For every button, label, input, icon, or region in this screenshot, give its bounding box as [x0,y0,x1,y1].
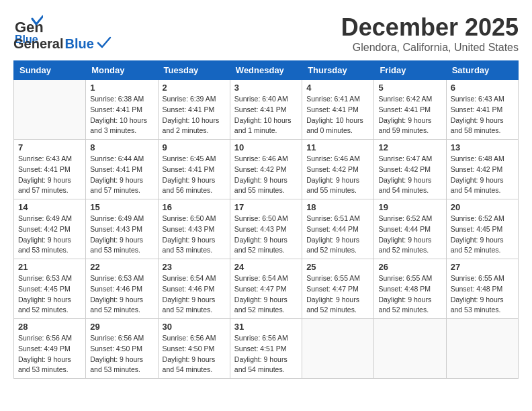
day-info: Sunrise: 6:56 AMSunset: 4:49 PMDaylight:… [18,333,81,375]
day-number: 19 [378,202,441,212]
day-info: Sunrise: 6:54 AMSunset: 4:46 PMDaylight:… [163,273,226,316]
day-info: Sunrise: 6:50 AMSunset: 4:43 PMDaylight:… [234,214,298,256]
day-info: Sunrise: 6:51 AMSunset: 4:44 PMDaylight:… [306,214,369,256]
day-number: 9 [163,142,226,152]
day-number: 14 [18,202,81,212]
day-info: Sunrise: 6:53 AMSunset: 4:46 PMDaylight:… [90,273,153,316]
page-header: General Blue General Blue December 2025 … [13,13,519,54]
day-number: 4 [306,83,369,93]
calendar-cell: 5Sunrise: 6:42 AMSunset: 4:41 PMDaylight… [374,80,446,140]
calendar-cell: 12Sunrise: 6:47 AMSunset: 4:42 PMDayligh… [374,140,446,199]
day-info: Sunrise: 6:49 AMSunset: 4:43 PMDaylight:… [90,214,153,256]
day-number: 8 [90,142,153,152]
calendar-cell: 17Sunrise: 6:50 AMSunset: 4:43 PMDayligh… [230,199,302,259]
calendar-cell: 8Sunrise: 6:44 AMSunset: 4:41 PMDaylight… [86,140,158,199]
calendar-cell: 1Sunrise: 6:38 AMSunset: 4:41 PMDaylight… [86,80,158,140]
day-info: Sunrise: 6:42 AMSunset: 4:41 PMDaylight:… [378,94,441,136]
calendar-cell: 19Sunrise: 6:52 AMSunset: 4:44 PMDayligh… [374,199,446,259]
title-area: December 2025 Glendora, California, Unit… [341,13,519,54]
day-number: 27 [451,262,514,272]
day-info: Sunrise: 6:46 AMSunset: 4:42 PMDaylight:… [234,154,298,196]
logo-blue: Blue [64,36,93,52]
calendar-cell: 11Sunrise: 6:46 AMSunset: 4:42 PMDayligh… [302,140,374,199]
calendar-week-row: 1Sunrise: 6:38 AMSunset: 4:41 PMDaylight… [14,80,519,140]
calendar-cell: 26Sunrise: 6:55 AMSunset: 4:48 PMDayligh… [374,259,446,319]
day-info: Sunrise: 6:50 AMSunset: 4:43 PMDaylight:… [163,214,226,256]
day-number: 26 [378,262,441,272]
calendar-cell: 13Sunrise: 6:48 AMSunset: 4:42 PMDayligh… [446,140,518,199]
day-info: Sunrise: 6:46 AMSunset: 4:42 PMDaylight:… [306,154,369,196]
calendar-cell: 4Sunrise: 6:41 AMSunset: 4:41 PMDaylight… [302,80,374,140]
calendar-cell: 25Sunrise: 6:55 AMSunset: 4:47 PMDayligh… [302,259,374,319]
location-title: Glendora, California, United States [341,42,519,54]
day-number: 30 [163,322,226,332]
calendar-week-row: 21Sunrise: 6:53 AMSunset: 4:45 PMDayligh… [14,259,519,319]
day-info: Sunrise: 6:43 AMSunset: 4:41 PMDaylight:… [18,154,81,196]
calendar-cell: 23Sunrise: 6:54 AMSunset: 4:46 PMDayligh… [158,259,230,319]
day-info: Sunrise: 6:52 AMSunset: 4:45 PMDaylight:… [451,214,514,256]
day-info: Sunrise: 6:45 AMSunset: 4:41 PMDaylight:… [163,154,226,196]
calendar-cell: 10Sunrise: 6:46 AMSunset: 4:42 PMDayligh… [230,140,302,199]
day-number: 7 [18,142,81,152]
calendar-cell [374,319,446,379]
calendar-cell: 30Sunrise: 6:56 AMSunset: 4:50 PMDayligh… [158,319,230,379]
day-info: Sunrise: 6:55 AMSunset: 4:48 PMDaylight:… [378,273,441,316]
header-sunday: Sunday [14,61,86,80]
day-info: Sunrise: 6:39 AMSunset: 4:41 PMDaylight:… [163,94,226,136]
day-number: 21 [18,262,81,272]
day-info: Sunrise: 6:56 AMSunset: 4:50 PMDaylight:… [163,333,226,375]
day-number: 20 [451,202,514,212]
calendar-cell: 15Sunrise: 6:49 AMSunset: 4:43 PMDayligh… [86,199,158,259]
calendar-week-row: 28Sunrise: 6:56 AMSunset: 4:49 PMDayligh… [14,319,519,379]
header-friday: Friday [374,61,446,80]
calendar-cell: 14Sunrise: 6:49 AMSunset: 4:42 PMDayligh… [14,199,86,259]
month-title: December 2025 [341,13,519,42]
logo: General Blue General Blue [13,13,112,52]
header-thursday: Thursday [302,61,374,80]
calendar-cell [302,319,374,379]
calendar-cell: 16Sunrise: 6:50 AMSunset: 4:43 PMDayligh… [158,199,230,259]
calendar-cell: 29Sunrise: 6:56 AMSunset: 4:50 PMDayligh… [86,319,158,379]
day-info: Sunrise: 6:41 AMSunset: 4:41 PMDaylight:… [306,94,369,136]
day-info: Sunrise: 6:40 AMSunset: 4:41 PMDaylight:… [234,94,298,136]
day-number: 18 [306,202,369,212]
day-number: 13 [451,142,514,152]
calendar-cell: 27Sunrise: 6:55 AMSunset: 4:48 PMDayligh… [446,259,518,319]
day-number: 10 [234,142,298,152]
day-info: Sunrise: 6:56 AMSunset: 4:50 PMDaylight:… [90,333,153,375]
calendar-cell [14,80,86,140]
day-info: Sunrise: 6:55 AMSunset: 4:47 PMDaylight:… [306,273,369,316]
day-number: 23 [163,262,226,272]
day-number: 3 [234,83,298,93]
calendar-cell: 24Sunrise: 6:54 AMSunset: 4:47 PMDayligh… [230,259,302,319]
day-info: Sunrise: 6:38 AMSunset: 4:41 PMDaylight:… [90,94,153,136]
calendar-cell [446,319,518,379]
day-info: Sunrise: 6:43 AMSunset: 4:41 PMDaylight:… [451,94,514,136]
day-number: 5 [378,83,441,93]
header-tuesday: Tuesday [158,61,230,80]
calendar-table: SundayMondayTuesdayWednesdayThursdayFrid… [13,60,519,379]
day-info: Sunrise: 6:44 AMSunset: 4:41 PMDaylight:… [90,154,153,196]
day-number: 11 [306,142,369,152]
day-number: 15 [90,202,153,212]
day-number: 16 [163,202,226,212]
calendar-cell: 22Sunrise: 6:53 AMSunset: 4:46 PMDayligh… [86,259,158,319]
day-info: Sunrise: 6:56 AMSunset: 4:51 PMDaylight:… [234,333,298,375]
day-number: 22 [90,262,153,272]
calendar-cell: 6Sunrise: 6:43 AMSunset: 4:41 PMDaylight… [446,80,518,140]
day-number: 29 [90,322,153,332]
day-info: Sunrise: 6:47 AMSunset: 4:42 PMDaylight:… [378,154,441,196]
calendar-header-row: SundayMondayTuesdayWednesdayThursdayFrid… [14,61,519,80]
day-info: Sunrise: 6:53 AMSunset: 4:45 PMDaylight:… [18,273,81,316]
logo-general: General [13,36,63,52]
calendar-cell: 2Sunrise: 6:39 AMSunset: 4:41 PMDaylight… [158,80,230,140]
calendar-week-row: 14Sunrise: 6:49 AMSunset: 4:42 PMDayligh… [14,199,519,259]
calendar-cell: 28Sunrise: 6:56 AMSunset: 4:49 PMDayligh… [14,319,86,379]
day-number: 24 [234,262,298,272]
day-number: 2 [163,83,226,93]
calendar-cell: 31Sunrise: 6:56 AMSunset: 4:51 PMDayligh… [230,319,302,379]
day-info: Sunrise: 6:48 AMSunset: 4:42 PMDaylight:… [451,154,514,196]
day-info: Sunrise: 6:52 AMSunset: 4:44 PMDaylight:… [378,214,441,256]
calendar-cell: 20Sunrise: 6:52 AMSunset: 4:45 PMDayligh… [446,199,518,259]
header-monday: Monday [86,61,158,80]
